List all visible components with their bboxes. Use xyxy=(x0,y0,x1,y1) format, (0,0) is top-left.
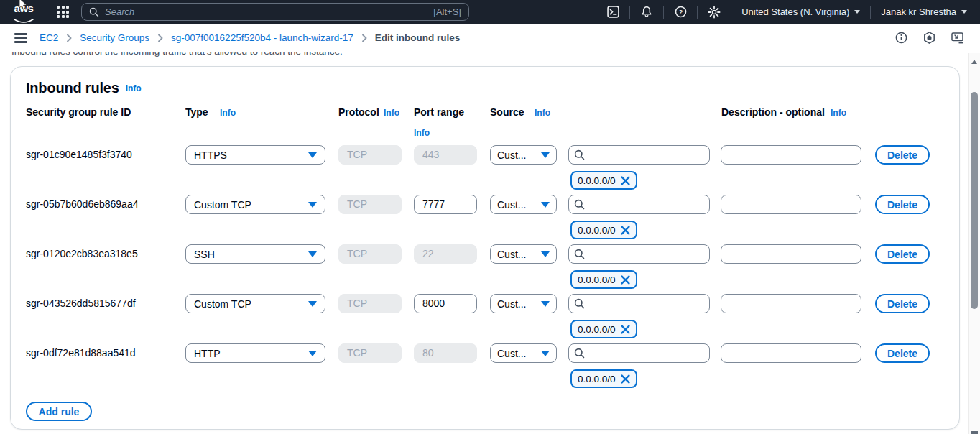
port-range-input[interactable]: 7777 xyxy=(414,195,477,214)
description-info-link[interactable]: Info xyxy=(831,108,846,118)
remove-cidr-icon[interactable] xyxy=(621,325,630,334)
scrollbar-down-arrow-icon[interactable] xyxy=(971,431,978,434)
delete-rule-button[interactable]: Delete xyxy=(875,145,930,165)
search-icon xyxy=(574,249,585,259)
search-input[interactable] xyxy=(105,6,427,17)
column-header-protocol: Protocol xyxy=(338,106,379,118)
source-search-input[interactable] xyxy=(568,195,710,214)
column-header-source: Source xyxy=(490,106,524,118)
remove-cidr-icon[interactable] xyxy=(621,275,630,285)
delete-rule-button[interactable]: Delete xyxy=(875,343,930,363)
clipped-description-text: Inbound rules control the incoming traff… xyxy=(0,51,963,57)
breadcrumb-link-ec2[interactable]: EC2 xyxy=(40,32,58,43)
info-icon[interactable] xyxy=(895,32,907,44)
settings-gear-icon[interactable] xyxy=(702,6,726,19)
side-menu-icon[interactable] xyxy=(14,33,27,45)
source-cidr-chip: 0.0.0.0/0 xyxy=(570,320,637,338)
global-search[interactable]: [Alt+S] xyxy=(81,3,469,21)
inbound-rule-row: sgr-01c90e1485f3f3740 HTTPS TCP 443 Cust… xyxy=(11,145,961,191)
type-select[interactable]: Custom TCP xyxy=(185,294,325,313)
remove-cidr-icon[interactable] xyxy=(621,374,630,384)
inbound-rule-row: sgr-0df72e81d88aa541d HTTP TCP 80 Cust..… xyxy=(11,343,961,389)
notifications-bell-icon[interactable] xyxy=(634,6,659,18)
source-select[interactable]: Cust... xyxy=(490,294,557,313)
amazon-q-icon[interactable] xyxy=(923,32,935,44)
source-select[interactable]: Cust... xyxy=(490,343,557,363)
port-range-input: 22 xyxy=(414,244,477,264)
port-range-info-link[interactable]: Info xyxy=(414,128,430,138)
source-info-link[interactable]: Info xyxy=(535,108,550,118)
chevron-down-icon xyxy=(541,351,550,356)
cloudshell-icon[interactable] xyxy=(601,6,625,18)
scrollbar-thumb[interactable] xyxy=(971,92,978,309)
chevron-down-icon xyxy=(308,202,317,208)
breadcrumb-link-security-group-id[interactable]: sg-007f0016225f520b4 - launch-wizard-17 xyxy=(171,32,353,43)
screen-share-icon[interactable] xyxy=(951,32,964,44)
account-menu[interactable]: Janak kr Shrestha xyxy=(875,6,973,17)
source-search-input[interactable] xyxy=(568,145,710,165)
description-input[interactable] xyxy=(721,195,861,214)
type-select[interactable]: HTTP xyxy=(185,343,325,363)
page-title: Inbound rules xyxy=(26,80,119,96)
security-group-rule-id: sgr-01c90e1485f3f3740 xyxy=(26,145,132,165)
topbar-divider xyxy=(697,6,698,19)
type-select[interactable]: Custom TCP xyxy=(185,195,325,214)
column-header-type: Type xyxy=(185,106,208,118)
port-range-input[interactable]: 8000 xyxy=(414,294,477,313)
inbound-rules-info-link[interactable]: Info xyxy=(126,83,142,93)
security-group-rule-id: sgr-0df72e81d88aa541d xyxy=(26,343,136,363)
delete-rule-button[interactable]: Delete xyxy=(875,294,930,313)
chevron-down-icon xyxy=(308,251,317,257)
type-select[interactable]: SSH xyxy=(185,244,325,264)
chevron-down-icon xyxy=(541,152,550,158)
scrollbar-up-arrow-icon[interactable] xyxy=(971,60,977,64)
top-navigation-bar: aws [Alt+S] xyxy=(0,0,980,24)
source-search-input[interactable] xyxy=(568,244,710,264)
services-grid-icon[interactable] xyxy=(57,6,69,18)
topbar-divider xyxy=(629,6,630,19)
source-select[interactable]: Cust... xyxy=(490,195,557,214)
breadcrumb-link-security-groups[interactable]: Security Groups xyxy=(80,32,149,43)
search-icon xyxy=(574,199,585,210)
source-cidr-chip: 0.0.0.0/0 xyxy=(570,221,637,239)
delete-rule-button[interactable]: Delete xyxy=(875,195,930,214)
breadcrumb-chevron-icon xyxy=(157,34,163,42)
type-info-link[interactable]: Info xyxy=(220,108,236,118)
description-input[interactable] xyxy=(721,244,861,264)
search-icon xyxy=(574,298,585,309)
delete-rule-button[interactable]: Delete xyxy=(875,244,930,264)
port-range-input: 80 xyxy=(414,343,477,363)
protocol-field: TCP xyxy=(338,244,402,264)
type-select[interactable]: HTTPS xyxy=(185,145,325,165)
svg-text:?: ? xyxy=(678,9,683,16)
protocol-field: TCP xyxy=(338,294,402,313)
vertical-scrollbar[interactable] xyxy=(968,53,980,434)
source-search-input[interactable] xyxy=(568,343,710,363)
source-cidr-chip: 0.0.0.0/0 xyxy=(570,171,637,190)
aws-smile-arc xyxy=(13,19,34,24)
protocol-field: TCP xyxy=(338,343,402,363)
inbound-rule-row: sgr-05b7b60d6eb869aa4 Custom TCP TCP 777… xyxy=(11,195,961,241)
description-input[interactable] xyxy=(721,145,861,165)
chevron-down-icon xyxy=(308,351,317,356)
source-select[interactable]: Cust... xyxy=(490,145,557,165)
remove-cidr-icon[interactable] xyxy=(621,226,630,235)
chevron-down-icon xyxy=(541,251,550,257)
inbound-rule-row: sgr-043526dd5815677df Custom TCP TCP 800… xyxy=(11,294,961,340)
search-icon xyxy=(89,7,99,17)
protocol-field: TCP xyxy=(338,145,402,165)
add-rule-button[interactable]: Add rule xyxy=(26,402,92,421)
description-input[interactable] xyxy=(721,294,861,313)
security-group-rule-id: sgr-0120e2cb83ea318e5 xyxy=(26,244,138,264)
column-header-rule-id: Security group rule ID xyxy=(26,106,131,118)
description-input[interactable] xyxy=(721,343,861,363)
chevron-down-icon xyxy=(854,10,860,14)
region-selector[interactable]: United States (N. Virginia) xyxy=(736,6,866,17)
help-icon[interactable]: ? xyxy=(668,6,693,18)
mouse-cursor xyxy=(17,0,29,11)
source-select[interactable]: Cust... xyxy=(490,244,557,264)
remove-cidr-icon[interactable] xyxy=(621,176,630,185)
source-search-input[interactable] xyxy=(568,294,710,313)
protocol-info-link[interactable]: Info xyxy=(384,108,399,118)
column-header-description: Description - optional xyxy=(721,106,825,118)
